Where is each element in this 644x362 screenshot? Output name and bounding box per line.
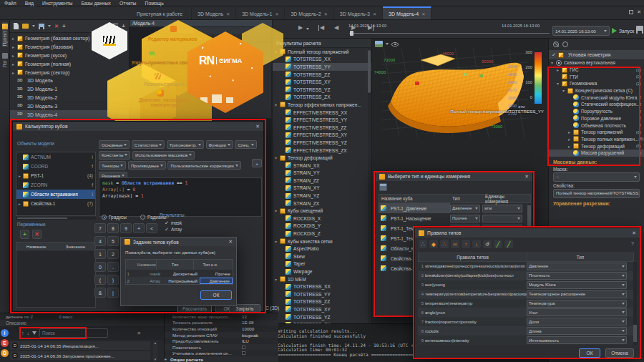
log-entry[interactable]: D 2025-01-14 14:06:35 Инициализация... <box>10 341 150 350</box>
results-tree-row[interactable]: EFFECTIVESTRESS_XY <box>273 132 371 140</box>
key-9[interactable]: 9 <box>120 223 132 233</box>
expression-editor[interactable]: mask = Области встраивания == 1 Array[:]… <box>99 177 262 217</box>
key-plus[interactable]: + <box>133 223 145 233</box>
cube-type[interactable]: Дискретный <box>162 271 200 276</box>
list-icon[interactable] <box>112 24 118 29</box>
function-group-button[interactable]: Функции <box>206 140 233 149</box>
checkbox-checked-icon[interactable]: ✓ <box>165 220 169 226</box>
column-header[interactable]: Название <box>16 243 56 250</box>
timestep-select[interactable]: 14.01.2025 16:13:00 <box>552 26 610 36</box>
rules-table-row[interactable]: 5 temperature|температур Температура <box>418 299 634 308</box>
well-tree-row[interactable]: ГТИ (0) <box>549 73 644 80</box>
column-header[interactable]: Правила типов <box>419 253 527 261</box>
case-check-icon[interactable]: ☑ <box>205 36 209 41</box>
dialog-titlebar[interactable]: Калькулятор кубов ✕ <box>13 122 263 131</box>
rules-table-row[interactable]: 3 юнг|young Модуль Юнга <box>418 280 634 290</box>
results-tree-row[interactable]: EFFECTIVESTRESS_YY <box>273 116 371 124</box>
add-case-icon[interactable]: ✚ <box>179 36 183 41</box>
add-icon[interactable]: + <box>62 23 66 29</box>
key-2[interactable]: 2 <box>107 249 119 259</box>
properties-select[interactable]: Полный тензор напряжений/TOTSTRESS_Y <box>553 189 640 198</box>
results-tree-row[interactable]: STRAIN_ZX <box>273 200 371 207</box>
hierarchy-icon[interactable]: ◆ <box>429 240 438 248</box>
expand-arrow-icon[interactable]: ▾ <box>562 88 567 93</box>
scroll-up-icon[interactable]: ↑ <box>21 331 24 336</box>
results-tree-row[interactable]: AspectRatio <box>273 245 371 253</box>
well-tree-row[interactable]: Статический коэффициен... f <box>549 101 644 108</box>
column-header[interactable]: Название <box>126 260 157 270</box>
function-group-button[interactable]: Тригонометр. <box>167 140 204 149</box>
results-tree-row[interactable]: TOTSTRESS_XY <box>273 78 371 86</box>
rules-table-row[interactable]: 8 rockdis Длина <box>418 326 634 336</box>
isolate-icon[interactable] <box>553 41 559 47</box>
run-button[interactable]: Запуск <box>612 25 634 36</box>
object-row[interactable]: ZCORN f <box>16 180 95 190</box>
types-table-row[interactable]: 2 Array Непрерывный Давление <box>126 277 233 284</box>
well-tree-row[interactable]: ▸ Тензор полных напряжен... (6) <box>549 136 644 143</box>
key-or[interactable]: | <box>107 288 119 298</box>
solver-property-row[interactable]: Пластичность <box>165 344 278 351</box>
link-icon[interactable]: ∴ <box>419 240 427 248</box>
rule-type-select[interactable]: Модуль Юнга <box>527 281 627 289</box>
rule-type-select[interactable]: Плотность <box>527 272 627 280</box>
function-group-button[interactable]: Использование массивов <box>132 151 195 160</box>
results-tree-row[interactable]: Warpage <box>273 268 371 275</box>
results-tree-row[interactable]: Taper <box>273 260 371 268</box>
rule-type-select[interactable]: Интенсивность <box>527 336 627 344</box>
project-tree-row[interactable]: ▸ Геометрия (полная) <box>10 59 129 68</box>
expand-arrow-icon[interactable]: ▾ <box>551 60 556 65</box>
key-8[interactable]: 8 <box>107 223 119 233</box>
tab-close-icon[interactable]: ✕ <box>226 11 230 16</box>
expand-arrow-icon[interactable]: ▸ <box>12 53 17 58</box>
ok-button[interactable]: ОК <box>200 290 232 300</box>
close-icon[interactable]: ✕ <box>228 239 233 245</box>
step-first-icon[interactable]: ◀ <box>318 25 324 31</box>
checkbox[interactable] <box>242 351 245 355</box>
results-tree-row[interactable]: TOTSTRESS_ZZ <box>273 298 371 306</box>
unit-select[interactable]: атм <box>482 205 522 212</box>
unit-select[interactable] <box>482 215 522 222</box>
solver-property-row[interactable]: Точность решателя 1E-08 <box>165 320 278 326</box>
results-tree-row[interactable]: STRAIN_XX <box>273 162 371 170</box>
well-tree-row[interactable]: ▾ Скважина вертикальная <box>549 59 644 67</box>
checkbox[interactable] <box>242 346 245 349</box>
tab-close-icon[interactable]: ✕ <box>275 11 278 16</box>
key-0[interactable]: 0 <box>94 262 106 272</box>
rules-table-row[interactable]: 1 stress|давлен|прочност|pressure|ucs|ut… <box>418 262 634 271</box>
key-5[interactable]: 5 <box>107 236 119 246</box>
expand-arrow-icon[interactable]: ▸ <box>568 137 573 142</box>
column-header[interactable]: Тип <box>452 196 485 201</box>
cube-unit-type[interactable]: Давление <box>200 278 233 284</box>
edit-icon[interactable]: ╱ <box>494 240 502 248</box>
column-header[interactable]: Тип <box>157 260 194 270</box>
expand-arrow-icon[interactable]: ▾ <box>275 49 280 54</box>
expand-arrow-icon[interactable]: ▸ <box>568 129 573 134</box>
well-tree-row[interactable]: Поровое давление f <box>549 115 644 122</box>
save-caret-icon[interactable] <box>48 25 51 27</box>
rule-type-select[interactable]: Угол <box>527 308 627 316</box>
function-group-button[interactable]: Статистика <box>132 140 165 149</box>
solver-property-row[interactable]: Количество итераций 10000 <box>165 326 278 332</box>
document-tab[interactable]: 3D Модель-3 ✕ <box>334 6 383 19</box>
function-group-button[interactable]: Производные <box>128 161 166 170</box>
function-group-button[interactable]: Основные <box>99 140 130 149</box>
results-tree-row[interactable]: TOTSTRESS_YY <box>273 63 371 71</box>
save-icon[interactable] <box>39 24 44 29</box>
rule-type-select[interactable]: Температурное расширение <box>527 290 627 298</box>
results-tree-row[interactable]: TOTSTRESS_ZX <box>273 94 371 102</box>
key-dot[interactable]: . <box>107 262 119 272</box>
results-tree-row[interactable]: EFFECTIVESTRESS_ZZ <box>273 124 371 132</box>
expand-arrow-icon[interactable]: ▾ <box>275 239 280 244</box>
well-tree-row[interactable]: ▾ Концентрическая сетка (С) <box>549 87 644 94</box>
tab-close-icon[interactable]: ✕ <box>421 11 425 16</box>
well-tree-row[interactable]: ▸ Тензор напряжений (6) <box>549 129 644 136</box>
project-tree-row[interactable]: ▸ Геометрия (кусок) <box>10 52 129 60</box>
rules-table-row[interactable]: 7 fraction|пористост|porosity Доли <box>418 317 634 326</box>
results-tree-row[interactable]: Skew <box>273 253 371 260</box>
expand-arrow-icon[interactable]: ▾ <box>275 102 280 107</box>
timeline-slider[interactable] <box>349 33 550 34</box>
document-tab[interactable]: 3D Модель ✕ <box>192 6 236 19</box>
checkbox-checked-icon[interactable]: ✓ <box>552 52 556 58</box>
menu-item[interactable]: Файл <box>4 1 16 6</box>
results-tree-row[interactable]: TOTSTRESS_YZ <box>273 86 371 94</box>
